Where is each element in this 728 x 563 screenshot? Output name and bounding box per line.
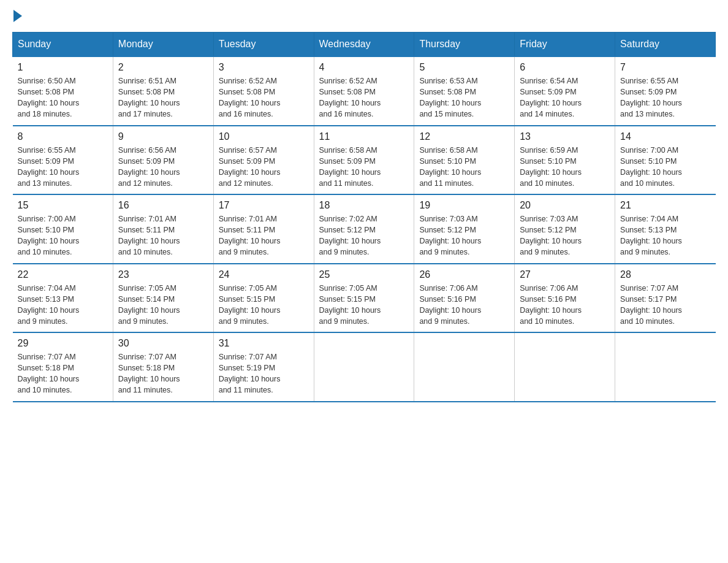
- calendar-header-friday: Friday: [515, 33, 615, 57]
- calendar-cell: 13Sunrise: 6:59 AM Sunset: 5:10 PM Dayli…: [515, 126, 615, 195]
- calendar-week-row: 1Sunrise: 6:50 AM Sunset: 5:08 PM Daylig…: [13, 56, 716, 126]
- day-info: Sunrise: 6:54 AM Sunset: 5:09 PM Dayligh…: [520, 75, 610, 120]
- day-number: 10: [219, 131, 309, 142]
- logo: [12, 12, 22, 20]
- calendar-table: SundayMondayTuesdayWednesdayThursdayFrid…: [12, 32, 716, 402]
- day-info: Sunrise: 7:05 AM Sunset: 5:15 PM Dayligh…: [319, 283, 409, 327]
- page-header: [12, 12, 716, 20]
- day-number: 12: [419, 131, 509, 142]
- calendar-week-row: 15Sunrise: 7:00 AM Sunset: 5:10 PM Dayli…: [13, 194, 716, 264]
- calendar-week-row: 22Sunrise: 7:04 AM Sunset: 5:13 PM Dayli…: [13, 264, 716, 333]
- day-number: 19: [419, 200, 509, 211]
- calendar-cell: 27Sunrise: 7:06 AM Sunset: 5:16 PM Dayli…: [515, 264, 615, 333]
- calendar-cell: 19Sunrise: 7:03 AM Sunset: 5:12 PM Dayli…: [414, 194, 515, 264]
- day-number: 8: [18, 131, 108, 142]
- day-number: 26: [419, 269, 509, 280]
- day-info: Sunrise: 7:04 AM Sunset: 5:13 PM Dayligh…: [620, 213, 710, 258]
- calendar-cell: 12Sunrise: 6:58 AM Sunset: 5:10 PM Dayli…: [414, 126, 515, 195]
- day-info: Sunrise: 6:52 AM Sunset: 5:08 PM Dayligh…: [319, 75, 409, 120]
- calendar-cell: 21Sunrise: 7:04 AM Sunset: 5:13 PM Dayli…: [615, 194, 716, 264]
- day-number: 24: [219, 269, 309, 280]
- calendar-week-row: 8Sunrise: 6:55 AM Sunset: 5:09 PM Daylig…: [13, 126, 716, 195]
- day-number: 2: [118, 62, 208, 73]
- calendar-header-monday: Monday: [113, 33, 213, 57]
- day-number: 21: [620, 200, 710, 211]
- calendar-header-sunday: Sunday: [13, 33, 113, 57]
- calendar-cell: 17Sunrise: 7:01 AM Sunset: 5:11 PM Dayli…: [213, 194, 314, 264]
- day-number: 17: [219, 200, 309, 211]
- day-number: 3: [219, 62, 309, 73]
- day-info: Sunrise: 7:07 AM Sunset: 5:18 PM Dayligh…: [18, 351, 108, 396]
- calendar-week-row: 29Sunrise: 7:07 AM Sunset: 5:18 PM Dayli…: [13, 332, 716, 402]
- calendar-header-saturday: Saturday: [615, 33, 716, 57]
- calendar-cell: 7Sunrise: 6:55 AM Sunset: 5:09 PM Daylig…: [615, 56, 716, 126]
- day-info: Sunrise: 7:06 AM Sunset: 5:16 PM Dayligh…: [419, 283, 509, 327]
- logo-arrow-icon: [13, 10, 22, 22]
- day-info: Sunrise: 7:04 AM Sunset: 5:13 PM Dayligh…: [18, 283, 108, 327]
- calendar-header-row: SundayMondayTuesdayWednesdayThursdayFrid…: [13, 33, 716, 57]
- calendar-cell: 15Sunrise: 7:00 AM Sunset: 5:10 PM Dayli…: [13, 194, 113, 264]
- day-number: 27: [520, 269, 610, 280]
- calendar-cell: 26Sunrise: 7:06 AM Sunset: 5:16 PM Dayli…: [414, 264, 515, 333]
- day-number: 31: [219, 338, 309, 349]
- day-number: 22: [18, 269, 108, 280]
- day-number: 29: [18, 338, 108, 349]
- calendar-cell: 30Sunrise: 7:07 AM Sunset: 5:18 PM Dayli…: [113, 332, 213, 402]
- calendar-cell: 11Sunrise: 6:58 AM Sunset: 5:09 PM Dayli…: [314, 126, 414, 195]
- day-number: 30: [118, 338, 208, 349]
- calendar-cell: 18Sunrise: 7:02 AM Sunset: 5:12 PM Dayli…: [314, 194, 414, 264]
- day-number: 11: [319, 131, 409, 142]
- day-info: Sunrise: 6:57 AM Sunset: 5:09 PM Dayligh…: [219, 145, 309, 190]
- calendar-cell: 9Sunrise: 6:56 AM Sunset: 5:09 PM Daylig…: [113, 126, 213, 195]
- day-info: Sunrise: 6:59 AM Sunset: 5:10 PM Dayligh…: [520, 145, 610, 190]
- calendar-cell: 6Sunrise: 6:54 AM Sunset: 5:09 PM Daylig…: [515, 56, 615, 126]
- calendar-cell: 5Sunrise: 6:53 AM Sunset: 5:08 PM Daylig…: [414, 56, 515, 126]
- day-info: Sunrise: 6:50 AM Sunset: 5:08 PM Dayligh…: [18, 75, 108, 120]
- day-info: Sunrise: 7:06 AM Sunset: 5:16 PM Dayligh…: [520, 283, 610, 327]
- day-number: 5: [419, 62, 509, 73]
- day-number: 16: [118, 200, 208, 211]
- calendar-cell: 10Sunrise: 6:57 AM Sunset: 5:09 PM Dayli…: [213, 126, 314, 195]
- day-info: Sunrise: 7:05 AM Sunset: 5:15 PM Dayligh…: [219, 283, 309, 327]
- calendar-cell: [314, 332, 414, 402]
- day-info: Sunrise: 6:56 AM Sunset: 5:09 PM Dayligh…: [118, 145, 208, 190]
- calendar-cell: 23Sunrise: 7:05 AM Sunset: 5:14 PM Dayli…: [113, 264, 213, 333]
- day-number: 25: [319, 269, 409, 280]
- day-number: 23: [118, 269, 208, 280]
- day-info: Sunrise: 7:00 AM Sunset: 5:10 PM Dayligh…: [620, 145, 710, 190]
- day-number: 9: [118, 131, 208, 142]
- day-number: 14: [620, 131, 710, 142]
- calendar-cell: 20Sunrise: 7:03 AM Sunset: 5:12 PM Dayli…: [515, 194, 615, 264]
- day-number: 4: [319, 62, 409, 73]
- calendar-cell: 24Sunrise: 7:05 AM Sunset: 5:15 PM Dayli…: [213, 264, 314, 333]
- calendar-cell: 4Sunrise: 6:52 AM Sunset: 5:08 PM Daylig…: [314, 56, 414, 126]
- day-number: 1: [18, 62, 108, 73]
- day-info: Sunrise: 7:02 AM Sunset: 5:12 PM Dayligh…: [319, 213, 409, 258]
- day-info: Sunrise: 7:03 AM Sunset: 5:12 PM Dayligh…: [419, 213, 509, 258]
- day-info: Sunrise: 6:51 AM Sunset: 5:08 PM Dayligh…: [118, 75, 208, 120]
- calendar-header-thursday: Thursday: [414, 33, 515, 57]
- day-info: Sunrise: 7:07 AM Sunset: 5:19 PM Dayligh…: [219, 351, 309, 396]
- calendar-cell: 3Sunrise: 6:52 AM Sunset: 5:08 PM Daylig…: [213, 56, 314, 126]
- day-info: Sunrise: 6:52 AM Sunset: 5:08 PM Dayligh…: [219, 75, 309, 120]
- day-number: 28: [620, 269, 710, 280]
- calendar-cell: 8Sunrise: 6:55 AM Sunset: 5:09 PM Daylig…: [13, 126, 113, 195]
- day-info: Sunrise: 7:07 AM Sunset: 5:17 PM Dayligh…: [620, 283, 710, 327]
- calendar-cell: 16Sunrise: 7:01 AM Sunset: 5:11 PM Dayli…: [113, 194, 213, 264]
- calendar-cell: 25Sunrise: 7:05 AM Sunset: 5:15 PM Dayli…: [314, 264, 414, 333]
- calendar-cell: 1Sunrise: 6:50 AM Sunset: 5:08 PM Daylig…: [13, 56, 113, 126]
- day-number: 15: [18, 200, 108, 211]
- day-number: 13: [520, 131, 610, 142]
- calendar-header-tuesday: Tuesday: [213, 33, 314, 57]
- day-info: Sunrise: 6:58 AM Sunset: 5:10 PM Dayligh…: [419, 145, 509, 190]
- calendar-cell: 29Sunrise: 7:07 AM Sunset: 5:18 PM Dayli…: [13, 332, 113, 402]
- day-info: Sunrise: 6:53 AM Sunset: 5:08 PM Dayligh…: [419, 75, 509, 120]
- calendar-cell: [414, 332, 515, 402]
- day-info: Sunrise: 7:00 AM Sunset: 5:10 PM Dayligh…: [18, 213, 108, 258]
- day-number: 20: [520, 200, 610, 211]
- calendar-cell: 14Sunrise: 7:00 AM Sunset: 5:10 PM Dayli…: [615, 126, 716, 195]
- calendar-cell: 28Sunrise: 7:07 AM Sunset: 5:17 PM Dayli…: [615, 264, 716, 333]
- day-number: 18: [319, 200, 409, 211]
- day-info: Sunrise: 7:01 AM Sunset: 5:11 PM Dayligh…: [219, 213, 309, 258]
- calendar-cell: [615, 332, 716, 402]
